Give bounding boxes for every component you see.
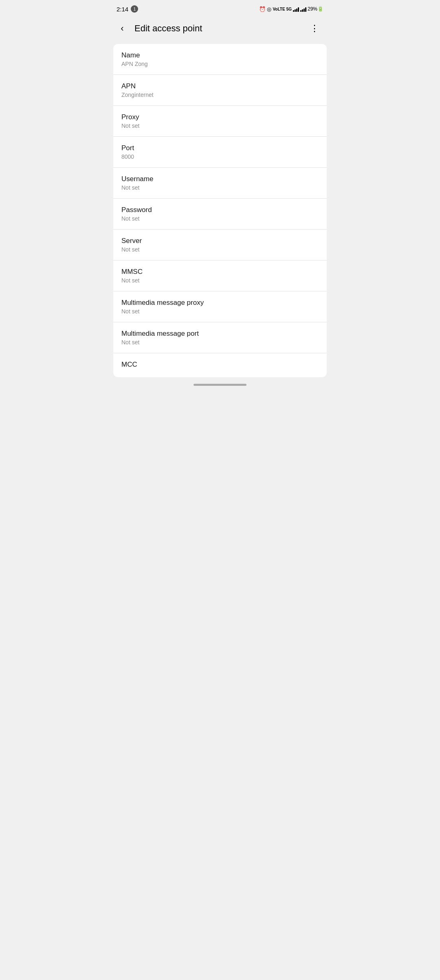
port-item[interactable]: Port 8000 [113, 137, 327, 168]
more-options-icon: ⋮ [310, 23, 319, 34]
battery-icon: 29%🔋 [308, 6, 323, 12]
mcc-item[interactable]: MCC [113, 353, 327, 377]
port-label: Port [121, 144, 319, 152]
toolbar: ‹ Edit access point ⋮ [110, 16, 330, 44]
settings-card: Name APN Zong APN Zonginternet Proxy Not… [113, 44, 327, 377]
nav-handle [194, 384, 246, 386]
multimedia-proxy-item[interactable]: Multimedia message proxy Not set [113, 291, 327, 322]
name-item[interactable]: Name APN Zong [113, 44, 327, 75]
name-value: APN Zong [121, 61, 319, 67]
status-right: ⏰ ◎ VoLTE 5G 29%🔋 [259, 6, 323, 12]
mmsc-item[interactable]: MMSC Not set [113, 260, 327, 291]
password-value: Not set [121, 215, 319, 222]
password-label: Password [121, 206, 319, 214]
username-label: Username [121, 175, 319, 183]
5g-icon: 5G [286, 7, 292, 11]
status-time: 2:14 [117, 6, 128, 13]
multimedia-port-value: Not set [121, 339, 319, 346]
apn-label: APN [121, 82, 319, 90]
multimedia-port-label: Multimedia message port [121, 330, 319, 338]
apn-item[interactable]: APN Zonginternet [113, 75, 327, 106]
server-label: Server [121, 237, 319, 245]
multimedia-proxy-label: Multimedia message proxy [121, 299, 319, 307]
bottom-nav-bar [110, 377, 330, 389]
toolbar-left: ‹ Edit access point [113, 20, 202, 37]
back-arrow-icon: ‹ [121, 23, 123, 34]
username-value: Not set [121, 184, 319, 191]
signal-bar-1 [293, 6, 299, 12]
more-options-button[interactable]: ⋮ [306, 20, 323, 37]
proxy-item[interactable]: Proxy Not set [113, 106, 327, 137]
name-label: Name [121, 51, 319, 59]
mmsc-value: Not set [121, 277, 319, 284]
volte-icon: VoLTE [273, 7, 285, 11]
alarm-icon: ⏰ [259, 6, 266, 12]
username-item[interactable]: Username Not set [113, 168, 327, 199]
port-value: 8000 [121, 153, 319, 160]
back-button[interactable]: ‹ [113, 20, 131, 37]
server-item[interactable]: Server Not set [113, 230, 327, 260]
password-item[interactable]: Password Not set [113, 199, 327, 230]
notification-badge: 1 [131, 5, 138, 13]
multimedia-port-item[interactable]: Multimedia message port Not set [113, 322, 327, 353]
proxy-value: Not set [121, 122, 319, 129]
proxy-label: Proxy [121, 113, 319, 121]
location-icon: ◎ [267, 6, 271, 12]
status-left: 2:14 1 [117, 5, 138, 13]
multimedia-proxy-value: Not set [121, 308, 319, 315]
server-value: Not set [121, 246, 319, 253]
apn-value: Zonginternet [121, 92, 319, 98]
mmsc-label: MMSC [121, 268, 319, 276]
mcc-label: MCC [121, 361, 319, 369]
status-bar: 2:14 1 ⏰ ◎ VoLTE 5G 29%🔋 [110, 0, 330, 16]
signal-bar-2 [300, 6, 306, 12]
page-title: Edit access point [134, 23, 202, 34]
